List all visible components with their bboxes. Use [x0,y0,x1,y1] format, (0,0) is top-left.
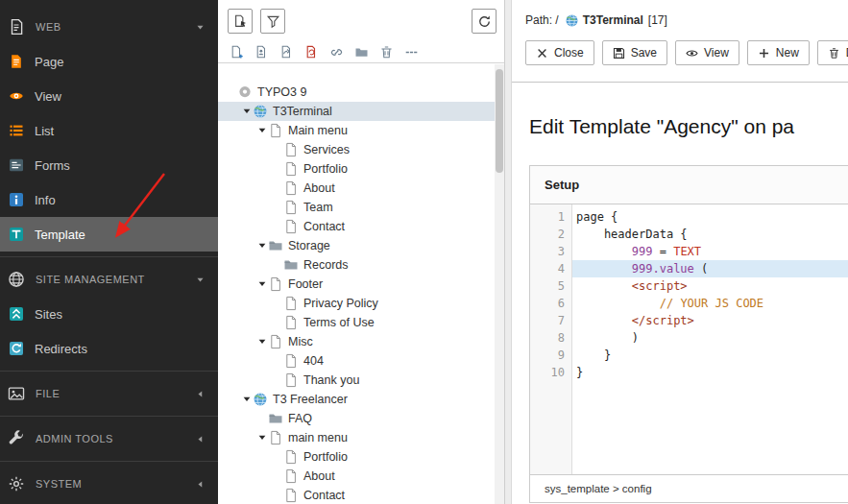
tree-node-team[interactable]: Team [218,198,504,217]
line-number: 5 [530,277,565,295]
tree-node-404[interactable]: 404 [218,351,504,371]
new-button[interactable]: New [747,40,810,65]
code-token: <script> [632,279,688,293]
module-item-list[interactable]: List [0,113,218,148]
tree-node-contact[interactable]: Contact [218,486,504,504]
tree-node-portfolio[interactable]: Portfolio [218,159,504,179]
tree-scrollbar[interactable] [495,64,504,504]
pt-page-recycler-icon[interactable] [304,45,319,60]
module-item-info[interactable]: Info [0,182,218,217]
tree-node-about[interactable]: About [218,179,504,198]
code-line[interactable]: } [572,347,848,364]
module-group-header-file[interactable]: FILE [0,376,218,411]
tree-caret-icon[interactable] [256,240,268,252]
code-line[interactable]: ) [572,329,848,347]
code-line[interactable]: // YOUR JS CODE [572,295,848,312]
tree-node-services[interactable]: Services [218,140,504,159]
page-cursor-icon [233,14,248,29]
code-line[interactable]: 999 = TEXT [572,243,848,260]
pt-page-shortcut-icon[interactable] [279,45,294,60]
tree-node-portfolio[interactable]: Portfolio [218,447,504,467]
docheader: Path: / T3Terminal [17] CloseSaveViewNew… [512,0,848,83]
pt-divider-icon[interactable] [404,45,419,60]
pt-page-new-icon[interactable] [230,45,244,60]
page-tree-panel: TYPO3 9T3TerminalMain menuServicesPortfo… [218,0,504,504]
tree-node-main-menu[interactable]: Main menu [218,121,504,140]
save-button[interactable]: Save [602,40,667,65]
code-line[interactable]: headerData { [572,226,848,243]
module-item-template[interactable]: Template [0,217,218,252]
module-item-sites[interactable]: Sites [0,297,218,331]
pt-trash-icon[interactable] [379,45,394,60]
code-token: // YOUR JS CODE [660,297,763,310]
page-icon [268,276,283,292]
filter-button[interactable] [260,9,285,34]
tree-node-thank-you[interactable]: Thank you [218,371,504,390]
scrollbar-thumb[interactable] [496,69,503,173]
module-item-view[interactable]: View [0,79,218,113]
module-group-label: SYSTEM [36,478,82,490]
tree-node-t3-freelancer[interactable]: T3 Freelancer [218,390,504,409]
close-icon [536,47,548,60]
folder-icon [268,238,283,253]
tree-caret-icon[interactable] [256,278,268,290]
plus-icon [758,47,770,60]
tree-node-typo3-9[interactable]: TYPO3 9 [218,83,504,102]
info-module-icon [9,192,24,207]
tree-caret-icon[interactable] [256,125,268,136]
tree-node-faq[interactable]: FAQ [218,409,504,428]
tree-node-privacy-policy[interactable]: Privacy Policy [218,294,504,313]
tree-node-storage[interactable]: Storage [218,236,504,255]
button-label: View [704,46,729,60]
pt-folder-icon[interactable] [354,45,369,60]
code-line[interactable]: </script> [572,312,848,329]
refresh-tree-button[interactable] [472,9,497,34]
tree-node-label: About [303,469,335,483]
tree-node-t3terminal[interactable]: T3Terminal [218,102,504,121]
module-menu: WEBPageViewListFormsInfoTemplateSITE MAN… [0,0,218,504]
module-item-redirects[interactable]: Redirects [0,331,218,366]
tree-node-label: Team [303,201,333,214]
module-item-page[interactable]: Page [0,44,218,79]
view-button[interactable]: View [675,40,739,65]
delete-button[interactable]: Delete [817,40,848,65]
pt-link-icon[interactable] [329,45,344,60]
forms-module-icon [9,157,24,173]
tree-caret-icon[interactable] [256,336,268,348]
tree-node-terms-of-use[interactable]: Terms of Use [218,313,504,332]
module-group-header-admin-tools[interactable]: ADMIN TOOLS [0,421,218,456]
new-page-toggle-button[interactable] [228,9,253,34]
docheader-buttons: CloseSaveViewNewDelete [525,40,842,65]
code-line[interactable]: <script> [572,277,848,295]
tree-node-contact[interactable]: Contact [218,217,504,236]
code-editor[interactable]: page { headerData { 999 = TEXT 999.value… [572,204,848,474]
tree-caret-icon[interactable] [256,432,268,444]
tree-node-label: Thank you [303,373,359,387]
code-line[interactable]: 999.value ( [572,260,848,277]
tree-node-misc[interactable]: Misc [218,332,504,351]
tree-node-label: Services [303,143,350,156]
tree-node-label: T3 Freelancer [273,393,348,406]
line-number: 6 [530,295,565,312]
tree-node-footer[interactable]: Footer [218,275,504,294]
tree-node-records[interactable]: Records [218,255,504,275]
pt-page-bes-icon[interactable] [254,45,269,60]
tree-caret-icon[interactable] [241,394,253,405]
module-group-header-web[interactable]: WEB [0,10,218,44]
module-item-forms[interactable]: Forms [0,148,218,182]
code-line[interactable]: page { [572,208,848,226]
tree-node-label: Contact [303,489,345,502]
code-line[interactable]: } [572,364,848,381]
tree-caret-spacer [272,451,283,463]
code-token: headerData { [576,228,688,241]
module-group-header-system[interactable]: SYSTEM [0,467,218,501]
tree-caret-icon[interactable] [241,106,253,117]
code-token: 999 [632,245,653,258]
close-button[interactable]: Close [525,40,594,65]
tree-caret-spacer [272,490,283,501]
tree-node-about[interactable]: About [218,467,504,486]
caret-left-icon [195,479,206,490]
tree-node-main-menu[interactable]: main menu [218,428,504,447]
module-group-header-site-management[interactable]: SITE MANAGEMENT [0,262,218,297]
panel-splitter[interactable] [504,0,512,504]
